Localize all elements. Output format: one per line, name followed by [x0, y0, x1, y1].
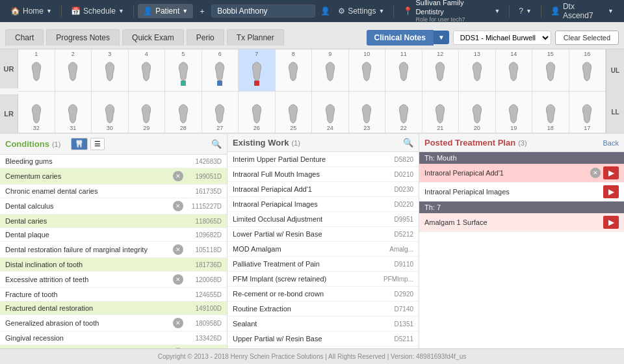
existing-work-item[interactable]: MOD AmalgamAmalg... — [228, 242, 419, 257]
tooth-30[interactable]: 30 — [92, 92, 129, 133]
treatment-plan-item[interactable]: Intraoral Periapical Add'1 ✕ ▶ — [419, 164, 624, 183]
tooth-28[interactable]: 28 — [165, 92, 202, 133]
tooth-12[interactable]: 12 — [422, 49, 460, 91]
condition-code: 109682D — [186, 231, 222, 239]
condition-item[interactable]: Distal inclination of tooth181736D — [0, 258, 227, 272]
tooth-9[interactable]: 9 — [312, 49, 349, 91]
condition-remove-icon[interactable]: ✕ — [173, 201, 183, 211]
tooth-22[interactable]: 22 — [385, 92, 422, 133]
tooth-14[interactable]: 14 — [496, 49, 533, 91]
tab-progress-notes[interactable]: Progress Notes — [46, 29, 120, 46]
tooth-32[interactable]: 32 — [18, 92, 55, 133]
tooth-num-12: 12 — [437, 51, 443, 57]
tooth-3[interactable]: 3 — [92, 49, 129, 91]
tooth-view-btn[interactable]: 🦷 — [71, 138, 88, 150]
tooth-26[interactable]: 26 — [239, 92, 276, 133]
condition-item[interactable]: Gingival recession133426D — [0, 332, 227, 345]
user-nav[interactable]: 👤 Dtx Ascend7 ▼ — [545, 0, 619, 23]
existing-work-item[interactable]: Intraoral Periapical Add'1D0230 — [228, 182, 419, 197]
tab-quick-exam[interactable]: Quick Exam — [122, 29, 184, 46]
tooth-4[interactable]: 4 — [129, 49, 166, 91]
existing-work-item[interactable]: SealantD1351 — [228, 317, 419, 332]
condition-item[interactable]: Fractured dental restoration149100D — [0, 302, 227, 315]
condition-item[interactable]: Fracture of tooth124655D — [0, 288, 227, 302]
provider-select[interactable]: DDS1 - Michael Burwell — [453, 31, 551, 45]
tooth-31[interactable]: 31 — [55, 92, 92, 133]
settings-nav[interactable]: ⚙ Settings ▼ — [333, 4, 389, 18]
back-link[interactable]: Back — [603, 139, 619, 147]
existing-work-item[interactable]: Intraoral Full Mouth ImagesD0210 — [228, 167, 419, 182]
condition-item[interactable]: Generalized abrasion of tooth✕180958D — [0, 315, 227, 332]
location-nav[interactable]: 📍 Sullivan Family Dentistry Role for use… — [398, 0, 505, 26]
condition-remove-icon[interactable]: ✕ — [173, 348, 183, 348]
condition-item[interactable]: Bleeding gums142683D — [0, 155, 227, 168]
tooth-24[interactable]: 24 — [312, 92, 349, 133]
condition-item[interactable]: Dental calculus✕1115227D — [0, 198, 227, 214]
schedule-nav[interactable]: 📅 Schedule ▼ — [66, 4, 129, 18]
condition-remove-icon[interactable]: ✕ — [173, 244, 183, 255]
condition-item[interactable]: Excessive attrition of teeth✕120068D — [0, 272, 227, 288]
tab-chart[interactable]: Chart — [5, 29, 44, 46]
existing-work-item[interactable]: Upper Partial w/ Resin BaseD5211 — [228, 332, 419, 346]
tooth-16[interactable]: 16 — [569, 49, 606, 91]
tooth-19[interactable]: 19 — [496, 92, 533, 133]
home-nav[interactable]: 🏠 Home ▼ — [5, 4, 57, 18]
condition-item[interactable]: Cementum caries✕199051D — [0, 168, 227, 185]
tooth-5[interactable]: 5 — [165, 49, 202, 91]
tooth-27[interactable]: 27 — [202, 92, 239, 133]
existing-work-item[interactable]: Routine ExtractionD7140 — [228, 302, 419, 317]
patient-search-input[interactable] — [211, 5, 315, 18]
treatment-remove-icon[interactable]: ✕ — [590, 168, 601, 178]
tooth-29[interactable]: 29 — [129, 92, 166, 133]
tooth-18[interactable]: 18 — [532, 92, 569, 133]
clear-selected-button[interactable]: Clear Selected — [555, 31, 619, 45]
tooth-17[interactable]: 17 — [569, 92, 606, 133]
existing-work-item[interactable]: PFM Implant (screw retained)PFMImp... — [228, 272, 419, 287]
existing-work-item[interactable]: Intraoral Periapical ImagesD0220 — [228, 197, 419, 212]
treatment-plan-item[interactable]: Amalgam 1 Surface ✕ ▶ — [419, 213, 624, 232]
help-nav[interactable]: ? ▼ — [514, 4, 537, 18]
tooth-25[interactable]: 25 — [276, 92, 313, 133]
tooth-1[interactable]: 1 — [18, 49, 55, 91]
treatment-go-btn[interactable]: ▶ — [603, 185, 619, 198]
treatment-go-btn[interactable]: ▶ — [603, 216, 619, 229]
tooth-6[interactable]: 6 — [202, 49, 239, 91]
tab-perio[interactable]: Perio — [187, 29, 224, 46]
existing-work-item[interactable]: Interim Upper Partial DentureD5820 — [228, 152, 419, 167]
tab-tx-planner[interactable]: Tx Planner — [227, 29, 284, 46]
condition-remove-icon[interactable]: ✕ — [173, 274, 183, 285]
tooth-21[interactable]: 21 — [422, 92, 460, 133]
existing-work-item[interactable]: Zirc Crown & Build-UpCRN B/U — [228, 346, 419, 348]
condition-remove-icon[interactable]: ✕ — [173, 171, 183, 181]
treatment-go-btn[interactable]: ▶ — [603, 166, 619, 179]
tooth-20[interactable]: 20 — [459, 92, 496, 133]
condition-remove-icon[interactable]: ✕ — [173, 318, 183, 328]
tooth-10[interactable]: 10 — [349, 49, 386, 91]
treatment-plan-name: Intraoral Periapical Add'1 — [424, 169, 590, 177]
tooth-2[interactable]: 2 — [55, 49, 92, 91]
treatment-plan-item[interactable]: Intraoral Periapical Images ✕ ▶ — [419, 183, 624, 202]
existing-work-item[interactable]: Limited Occlusal AdjustmentD9951 — [228, 212, 419, 227]
add-patient-btn[interactable]: ＋ — [198, 6, 206, 17]
existing-work-item[interactable]: Re-cement or re-bond crownD2920 — [228, 287, 419, 302]
existing-work-search-icon[interactable]: 🔍 — [403, 138, 413, 148]
tooth-11[interactable]: 11 — [385, 49, 422, 91]
condition-item[interactable]: Dental caries118065D — [0, 214, 227, 228]
patient-nav[interactable]: 👤 Patient ▼ — [138, 4, 193, 18]
tooth-7[interactable]: 7 — [239, 49, 276, 91]
existing-work-item[interactable]: Lower Partial w/ Resin BaseD5212 — [228, 227, 419, 242]
conditions-search-icon[interactable]: 🔍 — [211, 139, 222, 149]
tooth-15[interactable]: 15 — [532, 49, 569, 91]
condition-item[interactable]: Dental plaque109682D — [0, 228, 227, 242]
condition-item[interactable]: Impacted tooth✕104161D — [0, 345, 227, 348]
tooth-23[interactable]: 23 — [349, 92, 386, 133]
existing-work-item[interactable]: Palliative Treatment of PainD9110 — [228, 257, 419, 272]
tooth-8[interactable]: 8 — [276, 49, 313, 91]
condition-item[interactable]: Dental restoration failure of marginal i… — [0, 242, 227, 258]
clinical-notes-main-btn[interactable]: Clinical Notes — [367, 30, 434, 46]
patient-icon-btn[interactable]: 👤 — [320, 6, 330, 16]
list-view-btn[interactable]: ☰ — [90, 138, 105, 150]
condition-item[interactable]: Chronic enamel dental caries161735D — [0, 185, 227, 198]
clinical-notes-dropdown-btn[interactable]: ▼ — [434, 31, 449, 44]
tooth-13[interactable]: 13 — [459, 49, 496, 91]
